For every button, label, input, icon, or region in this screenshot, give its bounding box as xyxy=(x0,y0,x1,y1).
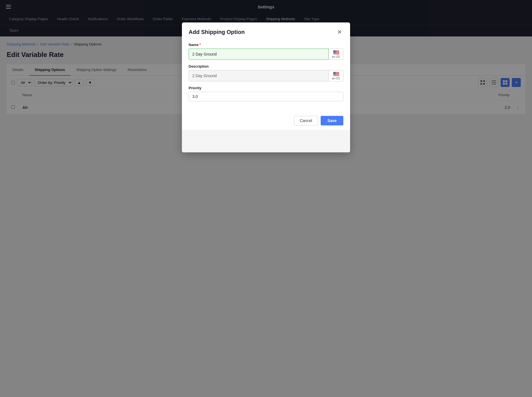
description-locale-label: en-US xyxy=(332,77,340,80)
modal-close-button[interactable]: ✕ xyxy=(336,28,343,36)
description-form-group: Description 🇺🇸 en-US xyxy=(189,64,343,81)
modal-bottom-area xyxy=(182,130,350,152)
modal-title: Add Shipping Option xyxy=(189,29,245,35)
name-locale-button[interactable]: 🇺🇸 en-US xyxy=(329,49,343,60)
modal-body: Name* 🇺🇸 en-US Description 🇺🇸 xyxy=(182,40,350,111)
priority-input[interactable] xyxy=(189,92,343,101)
name-input[interactable] xyxy=(189,49,329,60)
name-required-star: * xyxy=(199,43,201,47)
name-locale-flag: 🇺🇸 xyxy=(333,50,339,55)
modal-header: Add Shipping Option ✕ xyxy=(182,22,350,40)
add-shipping-option-modal: Add Shipping Option ✕ Name* 🇺🇸 en-US xyxy=(182,22,350,152)
description-locale-flag: 🇺🇸 xyxy=(333,72,339,77)
name-input-row: 🇺🇸 en-US xyxy=(189,49,343,60)
description-input-row: 🇺🇸 en-US xyxy=(189,70,343,81)
modal-footer: Cancel Save xyxy=(182,111,350,130)
priority-label: Priority xyxy=(189,86,343,90)
name-label: Name* xyxy=(189,43,343,47)
description-label: Description xyxy=(189,64,343,68)
name-form-group: Name* 🇺🇸 en-US xyxy=(189,43,343,60)
save-button[interactable]: Save xyxy=(321,116,343,125)
close-icon: ✕ xyxy=(337,29,342,35)
description-input[interactable] xyxy=(189,70,329,81)
cancel-button[interactable]: Cancel xyxy=(294,116,318,125)
priority-form-group: Priority xyxy=(189,86,343,101)
modal-overlay: Add Shipping Option ✕ Name* 🇺🇸 en-US xyxy=(0,0,532,397)
name-locale-label: en-US xyxy=(332,55,340,58)
description-locale-button[interactable]: 🇺🇸 en-US xyxy=(329,70,343,81)
